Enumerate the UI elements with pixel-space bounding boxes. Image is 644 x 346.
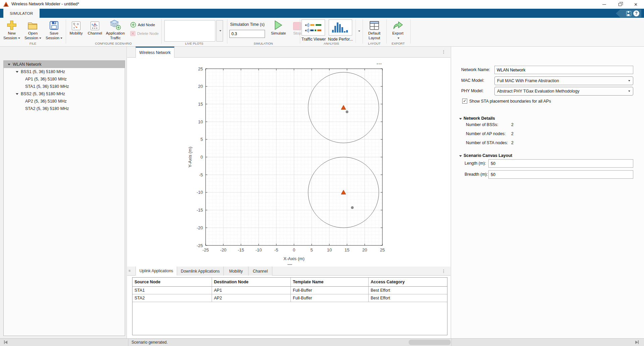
svg-text:-5: -5 [199, 172, 203, 177]
num-sta-label: Number of STA nodes: [466, 140, 508, 145]
svg-text:0: 0 [201, 155, 203, 160]
section-collapse-icon[interactable] [459, 155, 462, 157]
scenario-canvas-layout-section[interactable]: Scenario Canvas Layout [459, 153, 512, 158]
delete-node-button[interactable]: Delete Node [130, 31, 159, 37]
mac-model-dropdown[interactable]: Full MAC With Frame Abstraction [494, 76, 633, 85]
application-traffic-button[interactable]: Application Traffic [105, 19, 126, 44]
node-performance-icon [331, 21, 350, 34]
quick-access-toolbar: ? [616, 9, 641, 17]
length-input[interactable] [488, 159, 633, 168]
traffic-viewer-button[interactable] [302, 19, 325, 36]
breadth-label: Breadth (m): [465, 172, 488, 177]
live-plots-listbox[interactable] [164, 20, 215, 42]
sta-node-marker[interactable] [351, 207, 354, 209]
mobility-button[interactable]: Mobility [67, 19, 85, 44]
bottom-tabs-menu-icon[interactable]: ⋮ [441, 269, 446, 274]
quick-save-icon[interactable] [626, 11, 631, 16]
channel-button[interactable]: Channel [86, 19, 104, 44]
horizontal-scrollbar-thumb[interactable] [409, 340, 451, 345]
tab-downlink-applications[interactable]: Downlink Applications [177, 267, 224, 276]
export-icon [392, 19, 403, 30]
tab-wireless-network[interactable]: Wireless Network [136, 47, 174, 58]
file-group-label: FILE [0, 42, 66, 45]
network-tree: WLAN Network BSS1 (5, 36) 5180 MHz AP1 (… [3, 60, 125, 336]
phy-model-dropdown[interactable]: Abstract PHY TGax Evaluation Methodology [494, 87, 633, 96]
canvas-menu-icon[interactable]: ⋮ [441, 49, 446, 54]
live-plots-dropdown-button[interactable] [216, 20, 223, 42]
ribbon-tab-band: SIMULATOR ? [0, 9, 644, 18]
group-divider [227, 19, 227, 44]
sta-boundaries-checkbox[interactable]: ✓ [462, 99, 467, 104]
tab-uplink-applications[interactable]: Uplink Applications [136, 267, 177, 276]
default-layout-button[interactable]: Default Layout [364, 19, 384, 44]
num-ap-value: 2 [511, 131, 514, 136]
help-icon[interactable]: ? [633, 10, 639, 16]
svg-text:-10: -10 [197, 190, 203, 195]
svg-text:25: 25 [380, 247, 385, 252]
network-plot[interactable]: -25-25-20-20-15-15-10-10-5-5005510101515… [186, 60, 401, 264]
window-title: Wireless Network Modeler - untitled* [11, 2, 79, 6]
chevron-down-icon [18, 38, 20, 39]
mobility-icon [72, 19, 80, 30]
table-header-row: Source Node Destination Node Template Na… [132, 278, 447, 287]
collapse-right-icon[interactable] [635, 340, 639, 344]
num-bss-label: Number of BSSs: [466, 122, 498, 127]
sta-node-marker[interactable] [346, 111, 348, 113]
table-row[interactable]: STA2 AP2 Full-Buffer Best Effort [132, 294, 447, 302]
new-session-button[interactable]: New Session [2, 19, 22, 44]
tree-item-wlan-network[interactable]: WLAN Network [4, 61, 125, 68]
close-button[interactable]: ✕ [628, 0, 644, 9]
tree-item-sta1[interactable]: STA1 (5, 36) 5180 MHz [4, 83, 125, 90]
network-details-section[interactable]: Network Details [459, 116, 495, 121]
svg-text:-5: -5 [274, 247, 278, 252]
node-performance-button[interactable] [329, 19, 352, 36]
table-row[interactable]: STA1 AP1 Full-Buffer Best Effort [132, 287, 447, 294]
tree-item-bss2[interactable]: BSS2 (5, 36) 5180 MHz [4, 90, 125, 98]
group-divider [386, 19, 387, 44]
grip-icon[interactable]: ≡ [128, 269, 130, 273]
export-group-label: EXPORT [365, 42, 432, 45]
column-header: Access Category [369, 278, 447, 287]
section-collapse-icon[interactable] [459, 118, 462, 120]
collapse-left-icon[interactable] [4, 340, 7, 344]
svg-text:15: 15 [344, 247, 349, 252]
tree-expand-icon[interactable] [8, 64, 10, 65]
minimize-icon [602, 4, 606, 5]
num-sta-value: 2 [511, 140, 514, 145]
svg-text:20: 20 [198, 84, 203, 89]
new-session-icon [7, 19, 17, 30]
application-traffic-icon [110, 19, 121, 30]
tree-item-ap2[interactable]: AP2 (5, 36) 5180 MHz [4, 98, 125, 105]
network-name-input[interactable] [494, 66, 633, 74]
restore-icon [619, 3, 622, 6]
open-session-icon [28, 19, 38, 30]
delete-node-icon [130, 31, 136, 36]
phy-model-label: PHY Model: [461, 89, 483, 93]
network-name-label: Network Name: [461, 67, 490, 72]
export-button[interactable]: Export [388, 19, 408, 44]
svg-text:-15: -15 [197, 208, 203, 213]
tree-expand-icon[interactable] [16, 93, 18, 95]
tree-item-sta2[interactable]: STA2 (5, 36) 5180 MHz [4, 105, 125, 112]
tree-item-bss1[interactable]: BSS1 (5, 36) 5180 MHz [4, 68, 125, 75]
minimize-button[interactable] [596, 0, 612, 9]
tab-mobility[interactable]: Mobility [224, 267, 249, 276]
simulation-time-input[interactable] [229, 30, 265, 38]
restore-button[interactable] [612, 0, 628, 9]
add-node-button[interactable]: Add Node [130, 22, 155, 28]
horizontal-splitter-handle[interactable] [287, 264, 292, 265]
svg-text:20: 20 [362, 247, 367, 252]
save-session-button[interactable]: Save Session [44, 19, 64, 44]
breadth-input[interactable] [488, 170, 633, 179]
analysis-gallery-dropdown[interactable] [356, 19, 362, 43]
tab-channel[interactable]: Channel [249, 267, 272, 276]
svg-text:25: 25 [198, 66, 203, 71]
tree-item-ap1[interactable]: AP1 (5, 36) 5180 MHz [4, 75, 125, 83]
open-session-button[interactable]: Open Session [23, 19, 43, 44]
simulate-button[interactable]: Simulate [268, 19, 288, 44]
chevron-down-icon [358, 31, 360, 32]
add-node-icon [130, 22, 136, 28]
statusbar-divider [128, 339, 128, 346]
tree-expand-icon[interactable] [16, 71, 18, 73]
tab-simulator[interactable]: SIMULATOR [3, 9, 40, 18]
